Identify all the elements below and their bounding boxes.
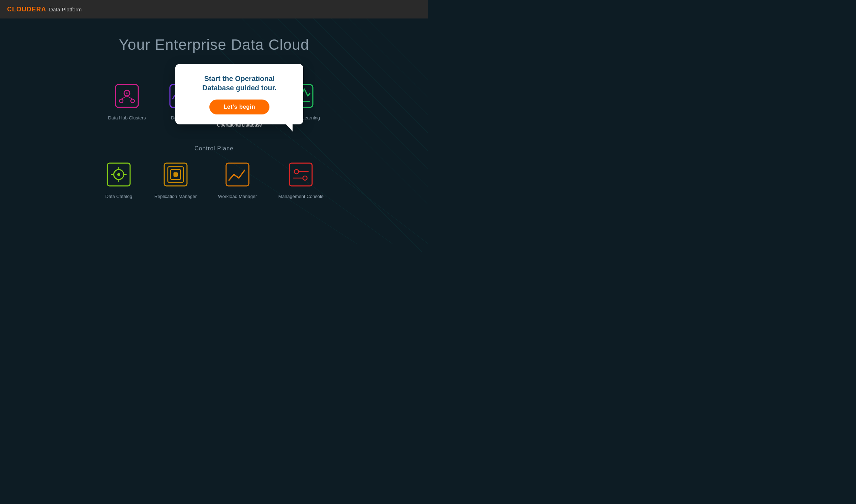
service-data-catalog[interactable]: Data Catalog	[105, 160, 133, 199]
service-replication-manager[interactable]: Replication Manager	[154, 160, 197, 199]
lets-begin-button[interactable]: Let's begin	[209, 100, 269, 114]
control-plane-section: Control Plane Data Catalog	[105, 145, 323, 199]
data-hub-clusters-label: Data Hub Clusters	[108, 115, 146, 120]
hero-title: Your Enterprise Data Cloud	[119, 36, 309, 53]
control-plane-row: Data Catalog Replication Manager	[105, 160, 323, 199]
replication-manager-icon-wrapper	[161, 160, 190, 189]
svg-point-39	[303, 176, 307, 180]
svg-point-16	[131, 99, 134, 103]
svg-line-17	[121, 96, 127, 99]
data-hub-clusters-icon-wrapper	[113, 82, 141, 110]
svg-rect-35	[226, 163, 249, 186]
data-catalog-icon-wrapper	[105, 160, 133, 189]
service-data-hub-clusters[interactable]: Data Hub Clusters	[108, 82, 146, 120]
svg-rect-34	[173, 172, 178, 177]
cloudera-brand: CLOUDERA	[7, 6, 46, 13]
svg-point-14	[126, 92, 128, 94]
service-management-console[interactable]: Management Console	[278, 160, 323, 199]
workload-manager-icon	[225, 162, 250, 187]
header: CLOUDERA Data Platform	[0, 0, 428, 18]
platform-name: Data Platform	[49, 6, 82, 12]
main-content: Your Enterprise Data Cloud Data Hub Clus…	[0, 18, 428, 252]
management-console-icon	[288, 162, 314, 187]
logo: CLOUDERA Data Platform	[7, 6, 82, 13]
control-plane-label: Control Plane	[194, 145, 234, 152]
replication-manager-icon	[163, 162, 188, 187]
svg-line-18	[127, 96, 133, 99]
service-operational-database[interactable]: Start the Operational Database guided to…	[217, 75, 262, 128]
data-hub-clusters-icon	[114, 83, 140, 109]
service-workload-manager[interactable]: Workload Manager	[218, 160, 257, 199]
svg-rect-36	[289, 163, 312, 186]
svg-point-15	[119, 99, 123, 103]
workload-manager-icon-wrapper	[223, 160, 252, 189]
svg-point-37	[294, 170, 299, 174]
data-catalog-label: Data Catalog	[105, 194, 132, 199]
tooltip-title: Start the Operational Database guided to…	[188, 74, 290, 92]
services-top-row: Data Hub Clusters Data Flow Start the Op…	[108, 75, 320, 128]
replication-manager-label: Replication Manager	[154, 194, 197, 199]
management-console-icon-wrapper	[287, 160, 315, 189]
svg-point-26	[117, 173, 120, 176]
management-console-label: Management Console	[278, 194, 323, 199]
workload-manager-label: Workload Manager	[218, 194, 257, 199]
data-catalog-icon	[106, 162, 132, 187]
tooltip-popup: Start the Operational Database guided to…	[175, 64, 303, 124]
